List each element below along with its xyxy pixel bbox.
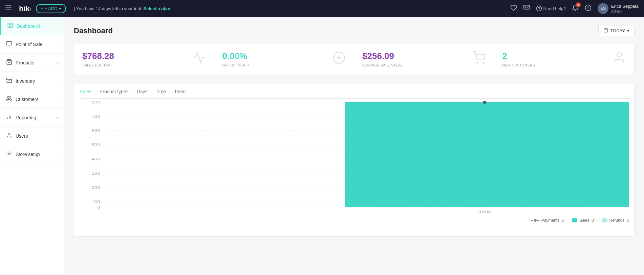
sales-box-icon <box>572 218 577 222</box>
svg-point-22 <box>8 133 10 135</box>
sidebar-item-products[interactable]: Products ‹ <box>0 54 64 72</box>
products-icon <box>6 59 12 66</box>
pos-icon <box>6 41 12 48</box>
customers-chevron-icon: ‹ <box>57 97 58 101</box>
payments-line-icon <box>531 220 539 221</box>
sidebar-item-inventory[interactable]: Inventory ‹ <box>0 72 64 90</box>
svg-rect-16 <box>6 78 12 79</box>
svg-text:0: 0 <box>98 205 100 210</box>
select-plan-link[interactable]: Select a plan <box>144 6 170 11</box>
tab-time[interactable]: Time <box>156 89 166 98</box>
gross-profit-value: 0.00% <box>222 51 250 61</box>
refunds-box-icon <box>602 218 607 222</box>
need-help-icon[interactable]: Need help? <box>536 5 566 12</box>
date-label: TODAY <box>610 28 625 33</box>
gross-profit-label: GROSS PROFIT <box>222 63 250 67</box>
payments-count: 0 <box>561 218 564 223</box>
sales-bar <box>345 102 629 207</box>
chart-container: 800 700 600 500 400 300 200 100 0 07/06 <box>80 99 629 214</box>
page-title: Dashboard <box>74 26 113 35</box>
gross-profit-icon <box>332 51 346 66</box>
legend-refunds-count: 0 <box>626 218 629 223</box>
pos-label: Point of Sale <box>16 42 42 47</box>
sales-value: $768.28 <box>82 51 114 61</box>
payments-label: Payments <box>541 218 559 223</box>
date-picker-button[interactable]: TODAY ▾ <box>598 25 635 36</box>
notifications-icon[interactable]: 1 <box>572 4 579 13</box>
dashboard-label: Dashboard <box>17 23 40 29</box>
reporting-chevron-icon: ‹ <box>57 116 58 120</box>
need-help-label: Need help? <box>543 6 566 11</box>
hamburger-icon[interactable] <box>5 5 12 12</box>
tab-sales[interactable]: Sales <box>80 89 91 98</box>
products-chevron-icon: ‹ <box>57 61 58 65</box>
legend-payments: Payments 0 <box>531 218 564 223</box>
date-chevron-icon: ▾ <box>627 28 629 33</box>
legend-refunds: Refunds 0 <box>602 218 629 223</box>
sidebar-item-customers[interactable]: Customers ‹ <box>0 90 64 109</box>
sidebar-item-dashboard[interactable]: Dashboard <box>0 17 64 35</box>
svg-text:300: 300 <box>92 171 100 176</box>
svg-point-50 <box>483 101 487 104</box>
store-setup-chevron-icon: ‹ <box>57 152 58 156</box>
clock-icon[interactable] <box>585 4 592 13</box>
svg-text:700: 700 <box>92 114 100 119</box>
new-customers-label: NEW CUSTOMERS <box>502 63 535 67</box>
avatar: ES <box>598 3 608 14</box>
stat-cards: $768.28 SALES (EX. TAX) 0.00% GROSS PROF… <box>74 43 635 75</box>
svg-rect-8 <box>8 23 9 25</box>
user-name: Erica Seppala <box>611 4 639 9</box>
add-label: + ADD <box>45 6 58 11</box>
stat-card-gross-profit: 0.00% GROSS PROFIT <box>214 43 355 75</box>
calendar-icon <box>603 28 608 34</box>
add-button[interactable]: + + ADD ▾ <box>36 4 66 13</box>
new-customers-value: 2 <box>502 51 535 61</box>
sales-label: SALES (EX. TAX) <box>82 63 114 67</box>
user-menu[interactable]: ES Erica Seppala Admin <box>598 3 639 14</box>
users-icon <box>6 132 12 139</box>
svg-rect-0 <box>5 5 12 6</box>
stat-card-sales: $768.28 SALES (EX. TAX) <box>74 43 214 75</box>
svg-text:07/06: 07/06 <box>478 210 491 214</box>
svg-rect-1 <box>5 7 12 8</box>
svg-text:600: 600 <box>92 129 100 133</box>
favorites-icon[interactable] <box>510 4 517 13</box>
sidebar-item-reporting[interactable]: Reporting ‹ <box>0 109 64 127</box>
svg-text:100: 100 <box>92 200 100 204</box>
app-logo: hike <box>18 2 30 15</box>
customers-label: Customers <box>16 97 39 102</box>
svg-point-29 <box>477 62 478 63</box>
sidebar-item-store-setup[interactable]: Store setup ‹ <box>0 145 64 163</box>
svg-text:400: 400 <box>92 157 100 161</box>
reporting-label: Reporting <box>16 115 36 120</box>
avg-sale-label: AVERAGE SALE VALUE <box>362 63 403 67</box>
pos-chevron-icon: ‹ <box>57 42 58 46</box>
chart-legend: Payments 0 Sales 0 Refunds 0 <box>80 218 629 223</box>
svg-point-23 <box>8 153 10 155</box>
sidebar: Dashboard Point of Sale ‹ Products ‹ Inv… <box>0 17 64 275</box>
svg-text:200: 200 <box>92 185 100 190</box>
sidebar-item-users[interactable]: Users ‹ <box>0 127 64 145</box>
inventory-icon <box>6 77 12 84</box>
trial-message: | You have 14 days left in your trial. S… <box>74 6 171 11</box>
legend-sales-count: 0 <box>592 218 594 223</box>
messages-icon[interactable] <box>523 4 530 13</box>
svg-point-30 <box>483 62 484 63</box>
avg-sale-icon <box>472 51 486 66</box>
svg-rect-12 <box>7 41 12 45</box>
reporting-icon <box>6 114 12 121</box>
tab-team[interactable]: Team <box>174 89 186 98</box>
tab-product-types[interactable]: Product types <box>100 89 129 98</box>
new-customers-icon <box>613 51 626 66</box>
dashboard-icon <box>7 22 13 30</box>
sidebar-item-point-of-sale[interactable]: Point of Sale ‹ <box>0 35 64 54</box>
inventory-chevron-icon: ‹ <box>57 79 58 83</box>
svg-rect-24 <box>604 28 608 32</box>
user-role: Admin <box>611 9 639 13</box>
legend-refunds-label: Refunds <box>609 218 625 223</box>
legend-sales-label: Sales <box>579 218 589 223</box>
tab-days[interactable]: Days <box>137 89 148 98</box>
users-chevron-icon: ‹ <box>57 134 58 138</box>
store-setup-label: Store setup <box>16 152 40 157</box>
chart-svg: 800 700 600 500 400 300 200 100 0 07/06 <box>80 99 629 214</box>
